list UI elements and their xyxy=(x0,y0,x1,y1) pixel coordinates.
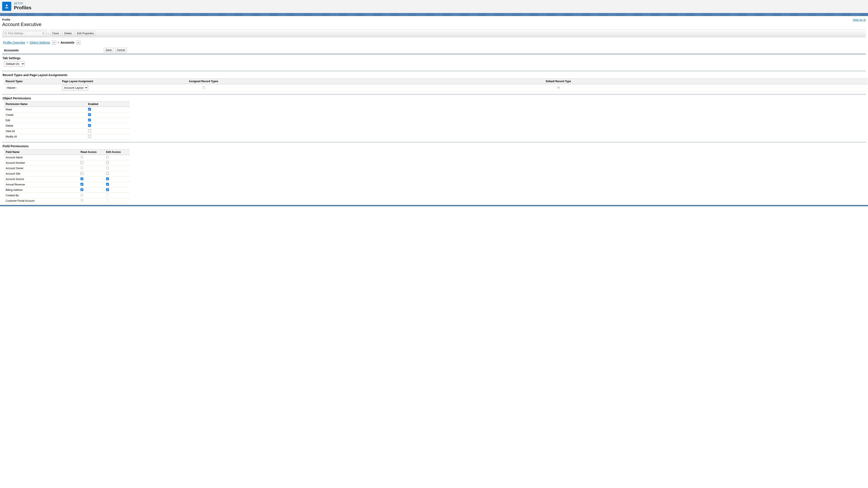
field-perm-row: Customer Portal Account xyxy=(4,198,130,204)
edit-access-checkbox xyxy=(106,199,109,202)
perm-name-cell: Delete xyxy=(4,123,86,129)
clone-button[interactable]: Clone xyxy=(50,31,61,36)
col-page-layout: Page Layout Assignment xyxy=(60,79,158,84)
search-icon xyxy=(4,32,7,35)
object-perm-row: Create xyxy=(4,112,130,118)
field-name-cell: Account Source xyxy=(4,176,79,182)
field-perm-row: Account Owner xyxy=(4,166,130,171)
object-perm-row: Read xyxy=(4,107,130,112)
field-perm-row: Annual Revenue xyxy=(4,182,130,187)
decorative-bluebar xyxy=(0,13,868,16)
field-perm-row: Account Source xyxy=(4,176,130,182)
col-record-types: Record Types xyxy=(4,79,60,84)
page-layout-select[interactable]: Account Layout xyxy=(62,85,88,91)
col-default: Default Record Type xyxy=(249,79,868,84)
page-header: SETUP Profiles xyxy=(0,0,868,13)
breadcrumb-sep: > xyxy=(58,41,59,44)
svg-line-2 xyxy=(6,34,7,34)
read-access-checkbox xyxy=(81,156,83,159)
search-wrap xyxy=(3,31,46,36)
read-access-checkbox[interactable] xyxy=(81,183,83,186)
perm-enabled-checkbox[interactable] xyxy=(88,108,91,110)
perm-enabled-checkbox[interactable] xyxy=(88,113,91,116)
perm-enabled-checkbox[interactable] xyxy=(88,119,91,122)
object-perms-title: Object Permissions xyxy=(2,94,866,101)
tab-settings-title: Tab Settings xyxy=(2,54,866,61)
object-perms-table: Permission Name Enabled ReadCreateEditDe… xyxy=(4,101,130,139)
field-name-cell: Annual Revenue xyxy=(4,182,79,187)
svg-point-1 xyxy=(5,33,6,34)
perm-name-cell: Edit xyxy=(4,118,86,123)
toolbar-separator: | xyxy=(47,32,49,35)
read-access-checkbox[interactable] xyxy=(81,161,83,164)
profiles-icon xyxy=(2,2,11,11)
breadcrumb: Profile Overview > Object Settings > Acc… xyxy=(2,37,866,47)
read-access-checkbox xyxy=(81,199,83,202)
read-access-checkbox[interactable] xyxy=(81,188,83,191)
page-header-titles: SETUP Profiles xyxy=(14,2,31,11)
col-assigned: Assigned Record Types xyxy=(158,79,249,84)
field-perms-title: Field Permissions xyxy=(2,142,866,149)
find-settings-input[interactable] xyxy=(3,31,46,36)
section-title: Accounts xyxy=(4,48,104,52)
read-access-checkbox[interactable] xyxy=(81,172,83,175)
edit-access-checkbox xyxy=(106,167,109,169)
delete-button[interactable]: Delete xyxy=(62,31,74,36)
profile-name: Account Executive xyxy=(2,22,41,27)
cancel-button[interactable]: Cancel xyxy=(115,48,127,53)
col-perm-name: Permission Name xyxy=(4,101,86,107)
breadcrumb-object-settings[interactable]: Object Settings xyxy=(30,41,50,44)
accounts-dropdown[interactable] xyxy=(76,40,81,45)
edit-access-checkbox[interactable] xyxy=(106,188,109,191)
perm-name-cell: View All xyxy=(4,129,86,134)
perm-enabled-checkbox[interactable] xyxy=(88,135,91,138)
field-perm-row: Account Name xyxy=(4,155,130,160)
save-button[interactable]: Save xyxy=(104,48,114,53)
field-name-cell: Created By xyxy=(4,193,79,198)
breadcrumb-overview[interactable]: Profile Overview xyxy=(3,41,25,44)
read-access-checkbox xyxy=(81,194,83,196)
read-access-checkbox[interactable] xyxy=(81,177,83,180)
field-perm-row: Account Number xyxy=(4,160,130,166)
perm-enabled-checkbox[interactable] xyxy=(88,124,91,127)
svg-point-0 xyxy=(6,5,8,6)
field-perms-table: Field Name Read Access Edit Access Accou… xyxy=(4,149,130,204)
toolbar: | Clone Delete Edit Properties xyxy=(2,30,866,37)
tab-settings-select[interactable]: Default OnDefault OffTab Hidden xyxy=(4,61,25,67)
edit-access-checkbox[interactable] xyxy=(106,172,109,175)
assigned-checkbox xyxy=(202,86,205,89)
default-radio xyxy=(557,86,560,89)
help-link[interactable]: Help for th xyxy=(853,18,866,22)
field-name-cell: Account Site xyxy=(4,171,79,176)
setup-label: SETUP xyxy=(14,2,31,5)
field-perm-row: Created By xyxy=(4,193,130,198)
clear-icon[interactable] xyxy=(42,32,45,35)
edit-access-checkbox xyxy=(106,156,109,159)
field-perm-row: Billing Address xyxy=(4,187,130,193)
object-perm-row: Delete xyxy=(4,123,130,129)
object-perm-row: Edit xyxy=(4,118,130,123)
field-name-cell: Billing Address xyxy=(4,187,79,193)
object-perm-row: View All xyxy=(4,129,130,134)
perm-name-cell: Read xyxy=(4,107,86,112)
record-type-cell: --Master-- xyxy=(4,84,60,92)
object-settings-dropdown[interactable] xyxy=(52,40,56,45)
page-title: Profiles xyxy=(14,5,31,11)
perm-name-cell: Modify All xyxy=(4,134,86,139)
bottom-bluebar xyxy=(0,205,868,206)
perm-enabled-checkbox[interactable] xyxy=(88,129,91,132)
breadcrumb-sep: > xyxy=(27,41,28,44)
edit-properties-button[interactable]: Edit Properties xyxy=(75,31,96,36)
col-perm-enabled: Enabled xyxy=(86,101,130,107)
edit-access-checkbox[interactable] xyxy=(106,161,109,164)
record-type-row: --Master--Account Layout xyxy=(4,84,868,92)
field-name-cell: Account Name xyxy=(4,155,79,160)
profile-header: Profile Account Executive Help for th xyxy=(2,18,866,27)
col-field-edit: Edit Access xyxy=(104,150,130,155)
field-perm-row: Account Site xyxy=(4,171,130,176)
col-field-read: Read Access xyxy=(79,150,104,155)
edit-access-checkbox[interactable] xyxy=(106,177,109,180)
edit-access-checkbox[interactable] xyxy=(106,183,109,186)
record-types-title: Record Types and Page Layout Assignments xyxy=(2,71,866,78)
field-name-cell: Account Owner xyxy=(4,166,79,171)
